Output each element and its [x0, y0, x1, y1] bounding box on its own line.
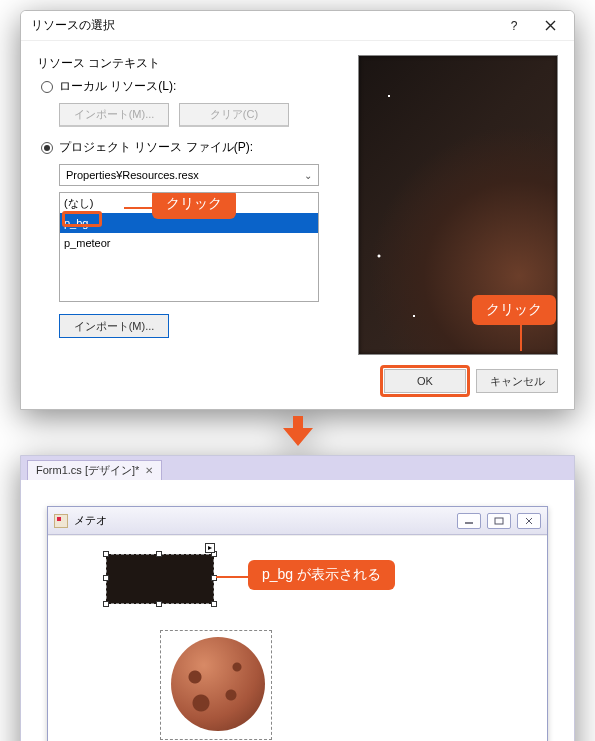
radio-local[interactable]: ローカル リソース(L):	[41, 78, 346, 95]
help-button[interactable]: ?	[496, 14, 532, 38]
close-button[interactable]	[532, 14, 568, 38]
svg-rect-0	[495, 518, 503, 524]
tab-designer[interactable]: Form1.cs [デザイン]* ✕	[27, 460, 162, 480]
form-icon	[54, 514, 68, 528]
close-form-button[interactable]	[517, 513, 541, 529]
import-project-button[interactable]: インポート(M)...	[59, 314, 169, 338]
form-titlebar: メテオ	[48, 507, 547, 535]
callout-click-ok: クリック	[472, 295, 556, 325]
resource-listbox[interactable]: (なし) p_bg p_meteor クリック	[59, 192, 319, 302]
picturebox-bg[interactable]: ▸	[106, 554, 214, 604]
callout-line	[520, 325, 522, 351]
resource-file-combo[interactable]: Properties¥Resources.resx ⌄	[59, 164, 319, 186]
callout-click-item: クリック	[152, 192, 236, 219]
arrow-down-icon	[278, 416, 318, 449]
meteor-image	[171, 637, 265, 731]
radio-project[interactable]: プロジェクト リソース ファイル(P):	[41, 139, 346, 156]
radio-project-label: プロジェクト リソース ファイル(P):	[59, 139, 253, 156]
maximize-button[interactable]	[487, 513, 511, 529]
tab-label: Form1.cs [デザイン]*	[36, 463, 139, 478]
close-icon[interactable]: ✕	[145, 465, 153, 476]
clear-button: クリア(C)	[179, 103, 289, 127]
callout-result: p_bg が表示される	[248, 560, 395, 590]
minimize-button[interactable]	[457, 513, 481, 529]
smart-tag-icon[interactable]: ▸	[205, 543, 215, 553]
callout-line	[216, 576, 252, 578]
radio-icon	[41, 81, 53, 93]
dialog-titlebar: リソースの選択 ?	[21, 11, 574, 41]
dialog-title: リソースの選択	[31, 17, 496, 34]
list-item[interactable]: p_meteor	[60, 233, 318, 253]
radio-icon	[41, 142, 53, 154]
design-canvas[interactable]: ▸ p_bg が表示される	[48, 535, 547, 741]
picturebox-meteor[interactable]	[160, 630, 272, 740]
import-local-button: インポート(M)...	[59, 103, 169, 127]
context-label: リソース コンテキスト	[37, 55, 346, 72]
form-title: メテオ	[74, 513, 107, 528]
cancel-button[interactable]: キャンセル	[476, 369, 558, 393]
tab-strip: Form1.cs [デザイン]* ✕	[21, 456, 574, 480]
chevron-down-icon: ⌄	[304, 170, 312, 181]
radio-local-label: ローカル リソース(L):	[59, 78, 176, 95]
combo-value: Properties¥Resources.resx	[66, 169, 199, 181]
ok-button[interactable]: OK	[384, 369, 466, 393]
